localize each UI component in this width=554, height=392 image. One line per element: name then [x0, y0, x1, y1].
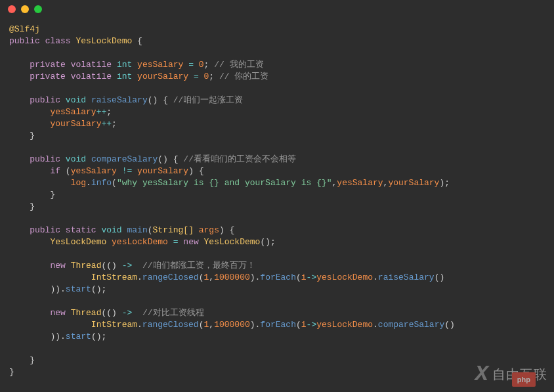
- type-string-arr: String[]: [153, 225, 194, 235]
- keyword-private: private: [30, 60, 66, 70]
- op-eq: =: [188, 60, 194, 70]
- paren: ): [250, 320, 255, 330]
- paren: ): [55, 332, 60, 341]
- code-editor: @Slf4j public class YesLockDemo { privat…: [0, 18, 554, 387]
- num-1000000: 1000000: [214, 272, 250, 282]
- parens: (): [444, 320, 455, 330]
- method-forEach: forEach: [260, 272, 296, 282]
- method-compareSalary: compareSalary: [378, 320, 444, 330]
- method-forEach: forEach: [260, 320, 296, 330]
- window-titlebar: [0, 0, 554, 18]
- annotation: @Slf4j: [9, 24, 40, 34]
- op-pp: ++: [96, 107, 107, 117]
- minimize-icon[interactable]: [21, 5, 29, 13]
- semi: ;: [270, 237, 276, 247]
- paren: ): [250, 272, 255, 282]
- brace: }: [9, 367, 14, 377]
- semi: ;: [101, 332, 106, 341]
- comment: // 你的工资: [219, 72, 268, 81]
- keyword-new: new: [183, 237, 198, 247]
- comment: //咱们都涨工资，最终百万！: [142, 261, 255, 271]
- op-eq: =: [194, 72, 199, 81]
- dot: .: [137, 272, 142, 282]
- field-yesSalary: yesSalary: [71, 166, 117, 176]
- keyword-new: new: [50, 308, 65, 318]
- dot: .: [373, 320, 378, 330]
- string-lit: "why yesSalary is {} and yourSalary is {…: [117, 178, 332, 188]
- parens: (): [260, 237, 270, 247]
- field-yourSalary: yourSalary: [50, 119, 101, 129]
- semi: ;: [204, 60, 209, 70]
- dot: .: [86, 178, 91, 188]
- paren: (: [296, 320, 301, 330]
- method-info: info: [91, 178, 112, 188]
- brace: {: [163, 95, 168, 105]
- op-eq: =: [173, 237, 179, 247]
- var-i: i: [301, 272, 307, 282]
- semi: ;: [101, 284, 106, 294]
- semi: ;: [209, 72, 214, 81]
- field-yesSalary: yesSalary: [50, 107, 96, 117]
- brace: {: [173, 154, 179, 164]
- var-i: i: [301, 320, 307, 330]
- paren: (: [296, 272, 301, 282]
- paren: (: [148, 225, 153, 235]
- paren: (: [199, 272, 204, 282]
- dot: .: [60, 284, 66, 294]
- class-name: YesLockDemo: [204, 237, 261, 247]
- field-yourSalary: yourSalary: [137, 72, 188, 81]
- var-yesLockDemo: yesLockDemo: [112, 237, 168, 247]
- keyword-public: public: [9, 36, 40, 46]
- brace: }: [30, 202, 35, 211]
- dot: .: [60, 332, 66, 341]
- paren: (: [66, 166, 71, 176]
- keyword-if: if: [50, 166, 60, 176]
- method-raiseSalary: raiseSalary: [91, 95, 148, 105]
- op-neq: !=: [122, 166, 133, 176]
- keyword-void: void: [66, 95, 86, 105]
- parens: (): [148, 95, 158, 105]
- class-thread: Thread: [71, 308, 102, 318]
- parens: (): [158, 154, 168, 164]
- semi: ;: [106, 107, 112, 117]
- paren: ): [188, 166, 194, 176]
- brace: {: [199, 166, 204, 176]
- keyword-void: void: [66, 154, 86, 164]
- zoom-icon[interactable]: [34, 5, 42, 13]
- parens: (): [91, 332, 102, 341]
- op-pp: ++: [101, 119, 112, 129]
- dot: .: [373, 272, 378, 282]
- parens: (): [106, 308, 117, 318]
- num-1000000: 1000000: [214, 320, 250, 330]
- method-start: start: [66, 332, 91, 341]
- comment: //看看咱们的工资会不会相等: [183, 154, 296, 164]
- paren: ): [219, 225, 224, 235]
- keyword-class: class: [45, 36, 71, 46]
- keyword-public: public: [30, 95, 60, 105]
- paren: (: [199, 320, 204, 330]
- method-raiseSalary: raiseSalary: [378, 272, 435, 282]
- keyword-volatile: volatile: [71, 60, 112, 70]
- brace: {: [230, 225, 235, 235]
- brace: }: [30, 355, 35, 365]
- keyword-volatile: volatile: [71, 72, 112, 81]
- var-yesLockDemo: yesLockDemo: [316, 272, 373, 282]
- comma: ,: [209, 320, 214, 330]
- brace: }: [50, 190, 55, 200]
- semi: ;: [444, 178, 450, 188]
- keyword-public: public: [30, 225, 60, 235]
- method-compareSalary: compareSalary: [91, 154, 158, 164]
- parens: (): [435, 272, 445, 282]
- brace: {: [137, 36, 142, 46]
- arg-args: args: [199, 225, 219, 235]
- comment: // 我的工资: [214, 60, 263, 70]
- field-yesSalary: yesSalary: [337, 178, 383, 188]
- semi: ;: [112, 119, 117, 129]
- keyword-private: private: [30, 72, 66, 81]
- var-log: log: [71, 178, 86, 188]
- field-yourSalary: yourSalary: [137, 166, 188, 176]
- class-name: YesLockDemo: [50, 237, 106, 247]
- class-intstream: IntStream: [91, 272, 137, 282]
- close-icon[interactable]: [8, 5, 16, 13]
- op-arrow: ->: [307, 272, 317, 282]
